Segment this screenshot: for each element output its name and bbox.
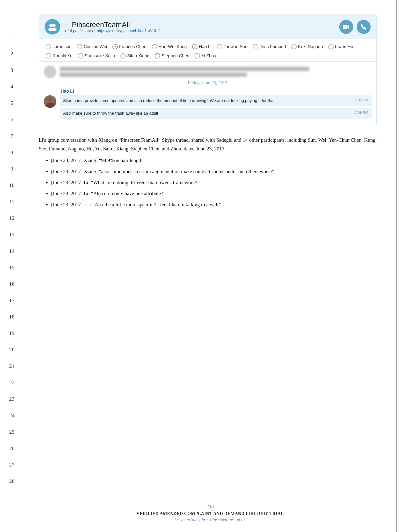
legal-text: Li's group conversation with Xiang on “P… [39,136,377,209]
line-13: 13 [0,226,24,243]
participant-cosimo-wei: Cosimo Wei [75,43,109,50]
line-28: 28 [0,473,24,489]
participant-circle-yi-zhou [195,53,200,58]
line-14: 14 [0,243,24,259]
line-23: 23 [0,391,24,407]
participant-frances-chen: ? Frances Chen [111,43,149,50]
svg-point-9 [51,99,51,100]
line-11: 11 [0,193,24,210]
blurred-avatar [44,66,56,78]
participant-circle-han-wei-kung [152,44,157,49]
participants-row: carrie sun Cosimo Wei ? Frances Chen Han… [44,43,372,59]
participant-circle-jaewoo-seo [217,44,222,49]
line-26: 26 [0,440,24,456]
participant-han-wei-kung: Han-Wei Kung [150,43,189,50]
line-1: 1 [0,29,24,46]
line-6: 6 [0,111,24,128]
chat-bubble-1: Sitao can u provide some updates and als… [60,95,372,106]
line-16: 16 [0,276,24,292]
line-25: 25 [0,424,24,440]
participant-circle-ronald-yu [46,53,51,58]
participant-name: Liwen Hu [335,44,353,49]
participant-circle-jens-fursund [253,44,258,49]
line-8: 8 [0,144,24,161]
line-10: 10 [0,177,24,193]
participant-name: Han-Wei Kung [159,44,187,49]
participant-name: Cosimo Wei [84,44,107,49]
line-19: 19 [0,325,24,342]
line-17: 17 [0,292,24,309]
line-2: 2 [0,46,24,62]
skype-subtitle: ▾ 14 participants | https://join.skype.c… [65,29,160,33]
legal-bullet-4: [June 23, 2017] Li: “Also do h only have… [51,190,377,198]
participant-name: Jaewoo Seo [224,44,248,49]
skype-screenshot: ☆ PinscreenTeamAll ▾ 14 participants | h… [39,15,377,126]
star-icon: ☆ [65,21,69,28]
svg-point-7 [46,103,54,108]
legal-bullet-3: [June 23, 2017] Li: “What are u doing di… [51,179,377,187]
page-footer: 233 VERIFIED AMENDED COMPLAINT AND DEMAN… [24,504,396,522]
footer-case: Dr. Iman Sadeghi v. Pinscreen Inc., et a… [24,517,396,522]
participant-name: Sitao Xiang [127,53,149,58]
line-22: 22 [0,374,24,391]
participants-count: 14 participants [68,29,93,33]
participant-circle-shunsuke-saito [78,53,83,58]
participant-name: Shunsuke Saito [85,53,115,58]
line-5: 5 [0,95,24,111]
chat-bubble-text-2: Also make sure to throw the trash away l… [63,110,350,116]
participant-jaewoo-seo: Jaewoo Seo [215,43,250,50]
chevron-down-icon: ▾ [65,29,66,33]
participant-name: Hao Li [199,44,212,49]
line-21: 21 [0,358,24,374]
participant-yi-zhou: Yi Zhou [193,52,218,59]
svg-marker-5 [347,25,349,29]
chat-bubble-text-1: Sitao can u provide some updates and als… [63,98,350,104]
svg-rect-4 [343,25,347,29]
skype-title-block: ☆ PinscreenTeamAll ▾ 14 participants | h… [65,20,160,33]
skype-header-left: ☆ PinscreenTeamAll ▾ 14 participants | h… [45,19,160,35]
line-12: 12 [0,210,24,226]
participant-circle-koki-nagano [291,44,297,49]
video-call-button[interactable] [339,20,353,34]
participant-circle-carrie-sun [46,44,51,49]
participant-stephen-chen: ? Stephen Chen [153,52,191,59]
footer-title: VERIFIED AMENDED COMPLAINT AND DEMAND FO… [24,511,396,516]
participant-ronald-yu: Ronald Yu [44,52,75,59]
group-avatar [45,19,60,35]
skype-title-row: ☆ PinscreenTeamAll [65,20,160,29]
participant-shunsuke-saito: Shunsuke Saito [76,52,117,59]
participant-name: Ronald Yu [52,53,73,58]
line-20: 20 [0,342,24,358]
line-27: 27 [0,456,24,473]
participant-name: Yi Zhou [201,53,216,58]
svg-point-1 [52,24,56,27]
line-4: 4 [0,78,24,95]
participant-koki-nagano: Koki Nagano [290,43,325,50]
participant-name: Koki Nagano [298,44,323,49]
participant-circle-liwen-hu [328,44,334,49]
skype-header: ☆ PinscreenTeamAll ▾ 14 participants | h… [39,15,376,39]
chat-bubble-2: Also make sure to throw the trash away l… [60,108,372,119]
right-margin [396,0,411,532]
chat-area: Friday, June 23, 2017 Hao Li [39,62,376,126]
participant-circle-sitao-xiang [120,53,126,58]
svg-point-8 [49,99,50,100]
participant-circle-hao-li: ? [192,44,197,49]
participant-circle-frances-chen: ? [112,44,118,49]
participant-jens-fursund: Jens Fursund [251,43,288,50]
phone-call-button[interactable] [357,20,371,34]
skype-header-right [339,20,371,34]
join-link[interactable]: https://join.skype.com/L4luq1aWUhI2 [97,29,160,33]
participant-name: Frances Chen [119,44,147,49]
line-7: 7 [0,128,24,144]
participant-liwen-hu: Liwen Hu [326,43,355,50]
participant-circle-cosimo-wei [77,44,82,49]
legal-paragraph: Li's group conversation with Xiang on “P… [39,136,377,153]
participant-carrie-sun: carrie sun [44,43,74,50]
legal-bullet-1: [June 23, 2017] Xiang: “94.9%on hair len… [51,156,377,165]
chat-time-1: 7:08 PM [355,98,368,102]
date-separator: Friday, June 23, 2017 [44,81,372,85]
legal-bullet-list: [June 23, 2017] Xiang: “94.9%on hair len… [51,156,377,209]
line-numbers-column: 1 2 3 4 5 6 7 8 9 10 11 12 13 14 15 16 1… [0,0,24,532]
participant-hao-li: ? Hao Li [190,43,214,50]
